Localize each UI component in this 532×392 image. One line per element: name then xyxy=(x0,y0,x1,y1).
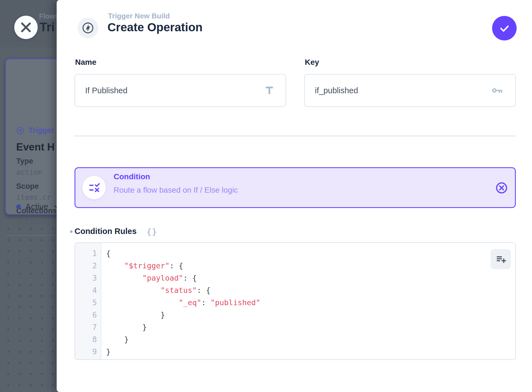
field-value-type: action xyxy=(16,168,42,176)
expand-editor-button[interactable] xyxy=(491,249,511,269)
condition-icon-badge xyxy=(82,176,106,199)
condition-panel-title: Condition xyxy=(114,172,150,181)
save-operation-button[interactable] xyxy=(492,16,517,40)
code-line: "$trigger": { xyxy=(106,260,515,272)
field-label-scope: Scope xyxy=(16,182,39,191)
close-icon xyxy=(20,22,32,33)
chevron-down-icon xyxy=(53,203,57,211)
create-operation-drawer: Trigger New Build Create Operation Name … xyxy=(57,0,532,392)
code-lines: { "$trigger": { "payload": { "status": {… xyxy=(101,243,515,359)
condition-panel-subtitle: Route a flow based on If / Else logic xyxy=(114,186,238,195)
trigger-panel-header: Trigger xyxy=(16,126,54,135)
operation-icon-badge xyxy=(78,18,98,38)
key-input[interactable] xyxy=(304,74,516,107)
bolt-circle-icon xyxy=(16,126,25,135)
key-field-label: Key xyxy=(305,58,319,67)
dimmed-background-page: Flows Tri Trigger Event H Type action Sc… xyxy=(0,0,57,392)
check-icon xyxy=(499,22,510,34)
section-divider xyxy=(75,136,516,136)
field-label-type: Type xyxy=(16,157,33,166)
close-drawer-button[interactable] xyxy=(14,16,38,39)
trigger-panel-label: Trigger xyxy=(28,126,54,135)
breadcrumb: Flows xyxy=(39,12,57,20)
offline-bolt-icon xyxy=(82,21,94,34)
code-line: "_eq": "published" xyxy=(106,297,515,309)
required-dot xyxy=(70,230,73,233)
cancel-circle-icon xyxy=(495,181,508,194)
page-title: Tri xyxy=(40,20,55,34)
card-divider xyxy=(7,235,57,236)
name-input[interactable] xyxy=(75,74,286,107)
code-gutter: 123456789 xyxy=(75,243,101,359)
condition-rules-label: Condition Rules xyxy=(75,227,136,236)
status-dot xyxy=(16,204,21,209)
code-line: } xyxy=(106,309,515,321)
code-line: "status": { xyxy=(106,284,515,297)
status-label: Active xyxy=(25,202,48,211)
rule-icon xyxy=(87,181,101,195)
drawer-title: Create Operation xyxy=(107,21,203,34)
field-value-collections: articles xyxy=(16,218,51,226)
trigger-panel-card[interactable]: Trigger Event H Type action Scope items.… xyxy=(5,58,57,215)
code-line: { xyxy=(106,247,515,260)
code-line: } xyxy=(106,321,515,333)
code-line: "payload": { xyxy=(106,272,515,284)
screen: Flows Tri Trigger Event H Type action Sc… xyxy=(0,0,532,392)
remove-condition-button[interactable] xyxy=(495,181,508,194)
code-line: } xyxy=(106,346,515,358)
trigger-card-title: Event H xyxy=(16,141,55,153)
json-type-icon: {} xyxy=(147,227,157,236)
status-row[interactable]: Active xyxy=(16,202,57,211)
name-field-label: Name xyxy=(75,58,96,67)
drawer-breadcrumb: Trigger New Build xyxy=(108,12,170,20)
condition-rules-code-editor[interactable]: 123456789 { "$trigger": { "payload": { "… xyxy=(75,242,516,360)
field-value-scope: items.cr xyxy=(16,193,51,202)
code-line: } xyxy=(106,333,515,346)
dotted-canvas-background xyxy=(0,218,57,392)
playlist-add-icon xyxy=(495,254,506,265)
